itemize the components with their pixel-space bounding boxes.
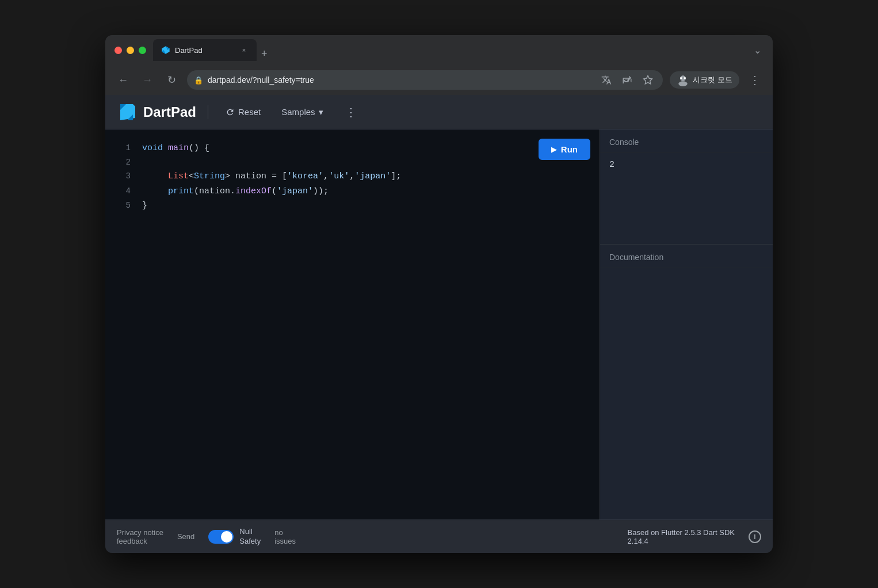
star-icon <box>643 75 653 85</box>
dartpad-logo: DartPad <box>117 102 196 123</box>
code-content-5: } <box>142 198 588 213</box>
code-editor[interactable]: ▶ Run 1 void main() { 2 <box>105 129 600 520</box>
samples-arrow-icon: ▾ <box>319 107 323 117</box>
app-header: DartPad Reset Samples ▾ ⋮ <box>105 95 773 129</box>
code-line-4: 4 print(nation.indexOf('japan')); <box>105 184 600 199</box>
minimize-window-button[interactable] <box>127 47 134 54</box>
code-content-1: void main() { <box>142 141 588 156</box>
samples-button[interactable]: Samples ▾ <box>276 104 329 121</box>
privacy-notice-link[interactable]: Privacy noticefeedback <box>117 528 163 545</box>
right-panel: Console 2 Documentation <box>600 129 773 520</box>
app-content: DartPad Reset Samples ▾ ⋮ ▶ <box>105 95 773 553</box>
address-bar[interactable]: 🔒 dartpad.dev/?null_safety=true <box>187 70 663 90</box>
console-header: Console <box>600 129 773 153</box>
main-area: ▶ Run 1 void main() { 2 <box>105 129 773 520</box>
tab-close-button[interactable]: × <box>239 45 249 55</box>
svg-marker-0 <box>162 46 169 54</box>
run-button-container: ▶ Run <box>539 139 590 160</box>
nav-bar: ← → ↻ 🔒 dartpad.dev/?null_safety=true <box>105 65 773 95</box>
refresh-button[interactable]: ↻ <box>163 71 180 89</box>
star-button[interactable] <box>640 72 656 88</box>
code-line-2: 2 <box>105 156 600 170</box>
run-play-icon: ▶ <box>551 146 556 154</box>
tab-title: DartPad <box>175 46 235 55</box>
browser-window: DartPad × + ⌄ ← → ↻ 🔒 dartpad.dev/?null_… <box>105 35 773 553</box>
code-content-4: print(nation.indexOf('japan')); <box>142 184 588 199</box>
svg-point-7 <box>679 81 688 86</box>
send-feedback-button[interactable]: Send <box>177 532 194 541</box>
forward-button[interactable]: → <box>139 71 156 89</box>
toggle-knob <box>221 531 232 543</box>
dart-logo-icon <box>117 102 138 123</box>
new-tab-button[interactable]: + <box>257 46 272 61</box>
code-line-5: 5 } <box>105 198 600 213</box>
reset-label: Reset <box>238 107 261 117</box>
app-title: DartPad <box>143 104 196 120</box>
camera-off-button[interactable] <box>619 72 635 88</box>
line-number-3: 3 <box>117 170 131 184</box>
incognito-label: 시크릿 모드 <box>693 75 732 85</box>
tabs-dropdown-button[interactable]: ⌄ <box>751 43 764 58</box>
privacy-notice-text: Privacy noticefeedback <box>117 528 163 545</box>
tab-favicon <box>161 45 170 55</box>
address-bar-actions <box>598 72 656 88</box>
close-window-button[interactable] <box>114 47 122 54</box>
code-area: 1 void main() { 2 3 List<String> nation … <box>105 129 600 520</box>
line-number-2: 2 <box>117 156 131 170</box>
code-content-3: List<String> nation = ['korea','uk','jap… <box>142 169 588 184</box>
run-button[interactable]: ▶ Run <box>539 139 590 160</box>
code-line-3: 3 List<String> nation = ['korea','uk','j… <box>105 169 600 184</box>
incognito-icon <box>677 74 689 86</box>
run-label: Run <box>561 144 578 154</box>
footer: Privacy noticefeedback Send NullSafety n… <box>105 520 773 553</box>
console-panel: Console 2 <box>600 129 773 245</box>
sdk-info: Based on Flutter 2.5.3 Dart SDK2.14.4 <box>628 528 735 545</box>
url-text: dartpad.dev/?null_safety=true <box>208 75 594 85</box>
camera-off-icon <box>622 75 632 85</box>
null-safety-switch[interactable] <box>208 530 234 544</box>
reset-button[interactable]: Reset <box>220 104 266 120</box>
translate-button[interactable] <box>598 72 614 88</box>
back-button[interactable]: ← <box>114 71 132 89</box>
tabs-area: DartPad × + <box>153 39 745 61</box>
line-number-1: 1 <box>117 142 131 155</box>
traffic-lights <box>114 47 146 54</box>
svg-marker-3 <box>644 76 652 84</box>
title-bar: DartPad × + ⌄ <box>105 35 773 65</box>
issues-indicator: noissues <box>274 528 296 545</box>
line-number-4: 4 <box>117 185 131 198</box>
code-line-1: 1 void main() { <box>105 141 600 156</box>
documentation-panel: Documentation <box>600 245 773 520</box>
null-safety-toggle[interactable]: NullSafety <box>208 527 261 547</box>
reset-icon <box>226 108 235 117</box>
line-number-5: 5 <box>117 199 131 213</box>
samples-label: Samples <box>281 107 315 117</box>
header-divider <box>208 105 208 119</box>
translate-icon <box>601 75 612 85</box>
info-button[interactable]: i <box>749 530 761 543</box>
null-safety-label: NullSafety <box>239 527 261 547</box>
browser-more-button[interactable]: ⋮ <box>746 71 764 89</box>
lock-icon: 🔒 <box>194 76 203 85</box>
svg-point-6 <box>684 77 686 79</box>
console-output: 2 <box>600 153 773 177</box>
documentation-header: Documentation <box>600 245 773 268</box>
maximize-window-button[interactable] <box>139 47 146 54</box>
incognito-badge[interactable]: 시크릿 모드 <box>670 71 739 89</box>
active-tab[interactable]: DartPad × <box>153 39 257 61</box>
svg-point-5 <box>680 77 682 79</box>
app-more-button[interactable]: ⋮ <box>341 103 361 121</box>
